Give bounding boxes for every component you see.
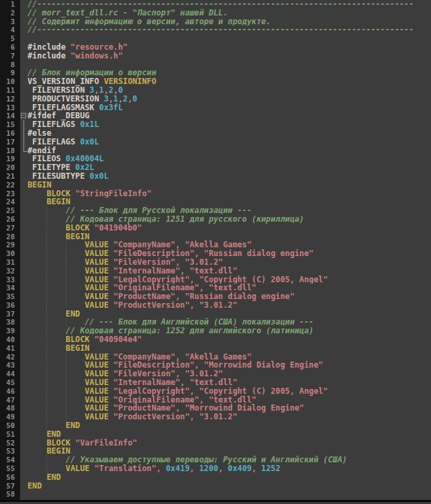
code-line[interactable]: 43 VALUE "FileDescription", "Morrowind D… xyxy=(0,361,431,370)
code-line[interactable]: 50 END xyxy=(0,421,431,430)
code-text: VALUE "LegalCopyright", "Copyright (C) 2… xyxy=(28,387,431,396)
fold-margin xyxy=(20,310,28,319)
code-line[interactable]: 32 VALUE "InternalName", "text.dll" xyxy=(0,267,431,276)
code-line[interactable]: 3// Содержит информацию о версии, авторе… xyxy=(0,17,431,26)
code-line[interactable]: 40 BLOCK "040904e4" xyxy=(0,335,431,344)
line-number: 54 xyxy=(0,456,20,464)
line-number: 3 xyxy=(0,17,20,26)
code-line[interactable]: 6#include "resource.h" xyxy=(0,43,431,52)
code-line[interactable]: 14#ifdef _DEBUG xyxy=(0,112,431,120)
code-line[interactable]: 7#include "windows.h" xyxy=(0,52,431,60)
code-line[interactable]: 17 FILEFLAGS 0x0L xyxy=(0,138,431,146)
code-line[interactable]: 33 VALUE "LegalCopyright", "Copyright (C… xyxy=(0,276,431,284)
code-line[interactable]: 58 xyxy=(0,490,431,499)
code-line[interactable]: 2// morr_text_dll.rc - "Паспорт" нашей D… xyxy=(0,9,431,17)
code-editor[interactable]: 1//-------------------------------------… xyxy=(0,0,431,502)
code-line[interactable]: 10VS_VERSION_INFO VERSIONINFO xyxy=(0,77,431,86)
code-line[interactable]: 48 VALUE "ProductName", "Morrowind Dialo… xyxy=(0,404,431,413)
code-line[interactable]: 30 VALUE "FileDescription", "Russian dia… xyxy=(0,249,431,258)
code-line[interactable]: 19 FILEOS 0x40004L xyxy=(0,155,431,163)
code-text: VALUE "CompanyName", "Akella Games" xyxy=(28,353,431,362)
code-line[interactable]: 39 // Кодовая страница: 1252 для английс… xyxy=(0,327,431,335)
code-line[interactable]: 9// Блок информации о версии xyxy=(0,69,431,77)
code-line[interactable]: 21 FILESUBTYPE 0x0L xyxy=(0,172,431,181)
code-token: FILEFLAGS xyxy=(28,138,80,146)
code-text: VS_VERSION_INFO VERSIONINFO xyxy=(28,77,431,86)
code-line[interactable]: 38 // --- Блок для Английской (США) лока… xyxy=(0,318,431,327)
code-line[interactable]: 56 END xyxy=(0,473,431,482)
code-text: // Кодовая страница: 1251 для русского (… xyxy=(28,215,431,224)
code-line[interactable]: 29 VALUE "CompanyName", "Akella Games" xyxy=(0,241,431,249)
code-line[interactable]: 42 VALUE "CompanyName", "Akella Games" xyxy=(0,353,431,362)
code-text: VALUE "InternalName", "text.dll" xyxy=(28,267,431,276)
code-token: , xyxy=(109,95,113,103)
fold-margin xyxy=(20,353,28,362)
code-line[interactable]: 52 BLOCK "VarFileInfo" xyxy=(0,439,431,448)
code-text: BEGIN xyxy=(28,198,431,206)
code-token: "StringFileInfo" xyxy=(75,190,152,198)
code-line[interactable]: 57END xyxy=(0,482,431,491)
code-line[interactable]: 27 BLOCK "041904b0" xyxy=(0,224,431,233)
code-line[interactable]: 26 // Кодовая страница: 1251 для русског… xyxy=(0,215,431,224)
code-line[interactable]: 11 FILEVERSION 3,1,2,0 xyxy=(0,86,431,95)
code-line[interactable]: 8 xyxy=(0,60,431,69)
fold-line-segment xyxy=(23,120,24,129)
code-line[interactable]: 47 VALUE "OriginalFilename", "text.dll" xyxy=(0,396,431,405)
code-token: // --- Блок для Английской (США) локализ… xyxy=(28,318,314,327)
fold-minus-icon[interactable] xyxy=(21,113,26,118)
line-number: 27 xyxy=(0,224,20,233)
line-number: 32 xyxy=(0,267,20,276)
line-number: 9 xyxy=(0,69,20,77)
fold-collapse-icon[interactable] xyxy=(20,112,28,120)
code-line[interactable]: 53 BEGIN xyxy=(0,447,431,456)
code-line[interactable]: 46 VALUE "LegalCopyright", "Copyright (C… xyxy=(0,387,431,396)
code-line[interactable]: 36 VALUE "ProductVersion", "3.01.2" xyxy=(0,301,431,310)
code-line[interactable]: 18#endif xyxy=(0,146,431,155)
code-line[interactable]: 13 FILEFLAGSMASK 0x3fL xyxy=(0,103,431,112)
code-token: BEGIN xyxy=(28,198,70,206)
indent-guide xyxy=(66,387,66,396)
line-number: 4 xyxy=(0,26,20,34)
line-number: 30 xyxy=(0,249,20,258)
line-number: 14 xyxy=(0,112,20,120)
code-token: BEGIN xyxy=(28,233,89,241)
code-line[interactable]: 4//-------------------------------------… xyxy=(0,26,431,34)
code-line[interactable]: 23 BLOCK "StringFileInfo" xyxy=(0,190,431,198)
code-token: VALUE xyxy=(28,353,113,362)
code-line[interactable]: 5 xyxy=(0,34,431,43)
code-text: PRODUCTVERSION 3,1,2,0 xyxy=(28,95,431,103)
code-line[interactable]: 15 FILEFLAGS 0x1L xyxy=(0,120,431,129)
fold-margin xyxy=(20,387,28,396)
window-bottom-edge xyxy=(0,500,431,502)
code-line[interactable]: 16#else xyxy=(0,129,431,138)
fold-margin xyxy=(20,198,28,206)
code-token: 3 xyxy=(104,95,109,103)
code-token: , xyxy=(104,86,109,95)
code-line[interactable]: 55 VALUE "Translation", 0x419, 1200, 0x4… xyxy=(0,464,431,473)
code-text: END xyxy=(28,310,431,319)
code-line[interactable]: 25 // --- Блок для Русской локализации -… xyxy=(0,206,431,215)
code-line[interactable]: 12 PRODUCTVERSION 3,1,2,0 xyxy=(0,95,431,103)
line-number: 2 xyxy=(0,9,20,17)
code-token: // Кодовая страница: 1252 для английског… xyxy=(28,327,314,335)
code-line[interactable]: 44 VALUE "FileVersion", "3.01.2" xyxy=(0,370,431,378)
code-line[interactable]: 41 BEGIN xyxy=(0,344,431,353)
code-line[interactable]: 37 END xyxy=(0,310,431,319)
code-line[interactable]: 34 VALUE "OriginalFilename", "text.dll" xyxy=(0,284,431,292)
code-line[interactable]: 20 FILETYPE 0x2L xyxy=(0,163,431,172)
code-line[interactable]: 28 BEGIN xyxy=(0,233,431,241)
line-number: 42 xyxy=(0,353,20,362)
fold-margin xyxy=(20,439,28,448)
code-line[interactable]: 24 BEGIN xyxy=(0,198,431,206)
code-line[interactable]: 49 VALUE "ProductVersion", "3.01.2" xyxy=(0,413,431,421)
fold-margin xyxy=(20,267,28,276)
code-line[interactable]: 54 // Указываем доступные переводы: Русс… xyxy=(0,456,431,464)
code-line[interactable]: 51 END xyxy=(0,430,431,439)
code-line[interactable]: 35 VALUE "ProductName", "Russian dialog … xyxy=(0,292,431,301)
code-line[interactable]: 31 VALUE "FileVersion", "3.01.2" xyxy=(0,258,431,267)
code-line[interactable]: 1//-------------------------------------… xyxy=(0,0,431,9)
code-token: // --- Блок для Русской локализации --- xyxy=(28,206,252,215)
code-line[interactable]: 45 VALUE "InternalName", "text.dll" xyxy=(0,378,431,387)
code-line[interactable]: 22BEGIN xyxy=(0,181,431,190)
code-text: VALUE "FileDescription", "Russian dialog… xyxy=(28,249,431,258)
